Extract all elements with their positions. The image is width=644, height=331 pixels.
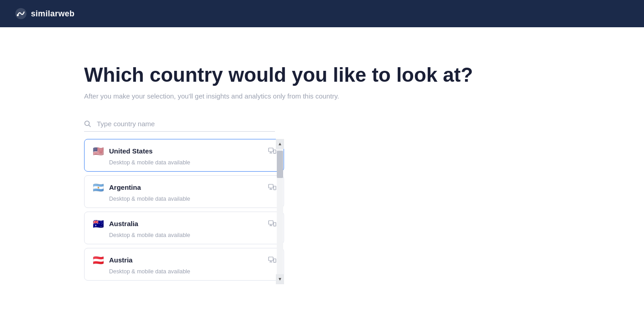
country-item-australia[interactable]: 🇦🇺 Australia Desktop & mobile data avail… <box>84 212 284 244</box>
page-subtitle: After you make your selection, you'll ge… <box>84 92 644 100</box>
country-name-us: United States <box>109 147 264 155</box>
device-icon-us <box>268 148 276 154</box>
flag-ar: 🇦🇷 <box>92 181 105 194</box>
country-item-austria[interactable]: 🇦🇹 Austria Desktop & mobile data availab… <box>84 248 284 281</box>
scroll-down-arrow[interactable]: ▼ <box>276 274 284 284</box>
scroll-thumb[interactable] <box>277 151 283 178</box>
country-subtitle-ar: Desktop & mobile data available <box>109 196 276 202</box>
svg-rect-14 <box>269 221 273 224</box>
scroll-up-arrow[interactable]: ▲ <box>276 139 284 149</box>
country-subtitle-at: Desktop & mobile data available <box>109 268 276 275</box>
search-input[interactable] <box>84 116 275 132</box>
country-subtitle-au: Desktop & mobile data available <box>109 232 276 238</box>
search-container <box>84 116 275 132</box>
country-header-au: 🇦🇺 Australia <box>92 217 276 230</box>
country-name-au: Australia <box>109 220 264 227</box>
device-icon-ar <box>268 184 276 191</box>
scroll-track <box>277 149 283 274</box>
country-header-us: 🇺🇸 United States <box>92 145 276 158</box>
flag-at: 🇦🇹 <box>92 254 105 267</box>
country-item-united-states[interactable]: ✓ 🇺🇸 United States Desktop & mobile data… <box>84 139 284 172</box>
scrollbar[interactable]: ▲ ▼ <box>276 139 284 284</box>
device-icon-au <box>268 220 276 227</box>
main-content: Which country would you like to look at?… <box>0 27 644 284</box>
svg-rect-4 <box>269 148 273 152</box>
country-header-at: 🇦🇹 Austria <box>92 254 276 267</box>
svg-rect-9 <box>269 184 273 188</box>
country-item-argentina[interactable]: 🇦🇷 Argentina Desktop & mobile data avail… <box>84 175 284 208</box>
country-list: ✓ 🇺🇸 United States Desktop & mobile data… <box>84 139 284 284</box>
flag-us: 🇺🇸 <box>92 145 105 158</box>
page-title: Which country would you like to look at? <box>84 64 644 87</box>
country-name-ar: Argentina <box>109 183 264 191</box>
similarweb-logo-icon <box>15 7 27 20</box>
logo: similarweb <box>15 7 75 20</box>
flag-au: 🇦🇺 <box>92 217 105 230</box>
country-name-at: Austria <box>109 256 264 264</box>
svg-rect-19 <box>269 257 273 261</box>
logo-text: similarweb <box>31 9 75 19</box>
country-subtitle-us: Desktop & mobile data available <box>109 159 276 166</box>
search-icon <box>84 120 91 128</box>
svg-line-3 <box>89 125 91 127</box>
app-header: similarweb <box>0 0 644 27</box>
svg-point-1 <box>17 14 19 16</box>
country-header-ar: 🇦🇷 Argentina <box>92 181 276 194</box>
device-icon-at <box>268 257 276 263</box>
country-list-wrapper: ✓ 🇺🇸 United States Desktop & mobile data… <box>84 139 284 284</box>
